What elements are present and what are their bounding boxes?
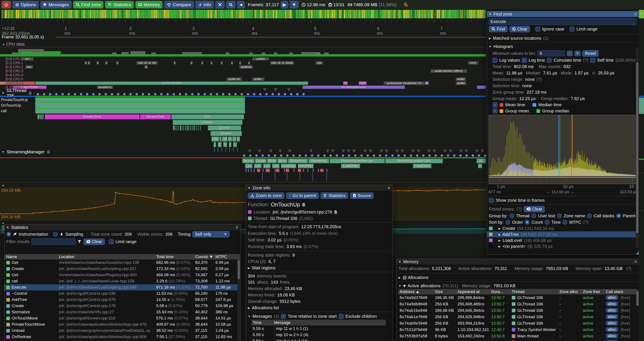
zone-end-marker[interactable]: ▽ [288, 87, 290, 91]
compare-button[interactable]: Compare [164, 1, 194, 8]
location-value[interactable]: jni/../jni/src/guif/Screen.cpp:278 [273, 210, 332, 215]
zone-span[interactable]: ScreenText [45, 114, 140, 119]
collapse-icon[interactable]: ▼ [6, 226, 9, 229]
lock-marker[interactable] [68, 93, 70, 95]
crash-marker[interactable]: C| [286, 169, 289, 172]
lock-marker[interactable] [234, 93, 237, 95]
zone-span[interactable]: Streaming [288, 159, 308, 163]
alloc-address[interactable]: 0x74a9d37040 [400, 295, 427, 300]
alloc-address[interactable]: 0x74a9d68040 [400, 302, 427, 306]
alloc-address[interactable]: 0x7553b9fa50 [400, 334, 427, 338]
expand-icon[interactable]: ▶ [498, 239, 500, 242]
lock-marker[interactable] [148, 93, 150, 95]
zone-span[interactable]: U [220, 137, 222, 142]
clear-button[interactable]: Clear [510, 26, 530, 32]
zone-span[interactable] [194, 125, 195, 131]
lock-marker[interactable] [336, 154, 338, 157]
statistics-button[interactable]: Statistics [321, 193, 348, 199]
alloc-callstack-button[interactable]: alloc [606, 308, 618, 313]
message-row[interactable]: 5.59 smip 10 w 2 h 2 (4) [252, 331, 386, 338]
lock-marker[interactable] [43, 93, 45, 95]
cpu-timeline-block[interactable]: cds_ol_rx_threa [270, 61, 294, 65]
zone-span[interactable] [185, 125, 186, 131]
zone-span[interactable] [198, 125, 198, 131]
zone-span[interactable]: Loa [212, 137, 219, 142]
zone-span[interactable]: |~ [223, 142, 227, 147]
user-text-radio[interactable] [532, 213, 536, 218]
close-icon[interactable]: ✕ [634, 12, 637, 17]
lock-marker[interactable] [416, 154, 418, 157]
lock-marker[interactable] [117, 93, 119, 95]
table-row[interactable]: 0x74ab9e5040256 KB293,994,219ns13:50.7GL… [398, 320, 638, 326]
lock-marker[interactable] [379, 154, 381, 157]
lock-marker[interactable] [422, 154, 424, 157]
zone-end-marker[interactable]: ▽ [380, 149, 383, 153]
zone-end-marker[interactable]: ▽ [401, 149, 404, 153]
zone-span[interactable] [284, 169, 285, 172]
lock-marker[interactable] [86, 93, 88, 95]
zone-end-marker[interactable]: ▽ [433, 149, 436, 153]
table-row[interactable]: Createjni/../jni/src/guif/Control.cpp:17… [4, 303, 240, 309]
alloc-callstack-button[interactable]: alloc [606, 340, 618, 341]
zone-span[interactable]: LoadData [341, 164, 360, 168]
running-state-bar[interactable] [0, 96, 36, 97]
zone-span[interactable]: Lo [232, 137, 236, 142]
lock-marker[interactable] [243, 154, 245, 157]
info-button[interactable]: Info [196, 1, 214, 8]
zone-span[interactable]: Streaming worker task [385, 159, 443, 163]
table-row[interactable]: Get/mnt/e/claw/src/claw/base/Registry.hp… [4, 272, 240, 278]
cpu-timeline-block[interactable]: audioserver (AudioOut_D) [384, 82, 424, 85]
zone-end-marker[interactable]: ▽ [444, 149, 446, 153]
lock-marker[interactable] [342, 154, 344, 157]
zone-span[interactable] [188, 125, 189, 131]
lock-marker[interactable] [247, 93, 249, 95]
column-header-location[interactable]: Location [59, 254, 74, 259]
zone-end-marker[interactable]: ▽ [332, 149, 334, 153]
zone-span[interactable]: ScreenText [140, 114, 171, 119]
zone-span[interactable]: LoadData [413, 164, 432, 168]
zone-span[interactable] [312, 169, 314, 172]
zone-span[interactable] [176, 125, 177, 131]
lock-marker[interactable] [240, 93, 243, 95]
table-row[interactable]: 0x74ab1be040186.68 KB294,645,364ns13:50.… [398, 307, 638, 314]
lock-marker[interactable] [105, 93, 107, 95]
cpu-timeline-block[interactable]: auc [25, 65, 33, 69]
close-icon[interactable]: ✕ [639, 11, 642, 15]
lock-marker[interactable] [410, 154, 412, 157]
decrement-button[interactable]: - [567, 51, 572, 56]
frame-dropdown-button[interactable]: ▼ [290, 1, 298, 8]
zone-span[interactable]: LtU [245, 164, 252, 168]
lock-marker[interactable] [185, 93, 187, 95]
crash-marker[interactable]: C| [320, 169, 324, 172]
lock-marker[interactable] [228, 93, 230, 95]
lock-marker[interactable] [160, 93, 162, 95]
zone-span[interactable] [35, 103, 245, 108]
crash-marker[interactable]: C| [276, 169, 280, 172]
table-row[interactable]: 0x74ab1ef040256 KB294,629,948ns13:50.7GL… [398, 314, 638, 320]
cpu-timeline-block[interactable]: mi.tl [468, 61, 478, 65]
cpu-timeline-block[interactable]: k [144, 65, 148, 69]
lock-marker[interactable] [286, 154, 288, 157]
cpu-timeline-block[interactable]: c [248, 61, 250, 65]
active-allocations-expander[interactable]: ▼♥ Active allocations(70,311) Memory usa… [396, 282, 639, 289]
lock-marker[interactable] [129, 93, 132, 95]
lock-marker[interactable] [278, 93, 280, 95]
running-state-bar[interactable] [36, 96, 245, 97]
zone-end-marker[interactable]: ▽ [364, 149, 366, 153]
zone-span[interactable] [42, 114, 44, 119]
lock-marker[interactable] [253, 93, 255, 95]
timing-dropdown[interactable]: Self only▼ [192, 231, 230, 237]
alloc-address[interactable]: 0x74ab1be040 [400, 308, 427, 313]
running-state-bar[interactable] [242, 157, 486, 158]
lock-marker[interactable] [360, 154, 363, 157]
column-header-thread[interactable]: Thread [512, 289, 524, 294]
lock-marker[interactable] [92, 93, 94, 95]
lock-marker[interactable] [453, 154, 456, 157]
lock-marker[interactable] [302, 93, 305, 95]
lock-marker[interactable] [330, 154, 332, 157]
cpu-timeline-block[interactable]: c [116, 61, 119, 65]
lock-marker[interactable] [404, 154, 406, 157]
cpu-timeline-block[interactable]: audios [252, 57, 269, 61]
prev-frame-button[interactable]: ◀ [237, 1, 245, 8]
found-zone-group-row[interactable]: ▶LoadLevel(18) 406.88 µs [487, 237, 639, 243]
